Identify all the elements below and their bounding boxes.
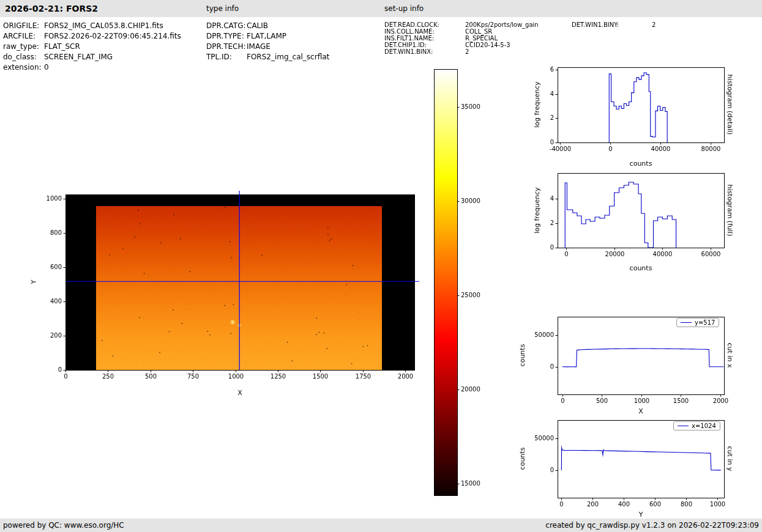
info-label: do_class:: [3, 53, 44, 61]
info-label: raw_type:: [3, 42, 44, 51]
cut-x-xaxis-label: X: [638, 407, 643, 415]
footer-right-text: created by qc_rawdisp.py v1.2.3 on 2026-…: [545, 521, 759, 530]
hist-detail-side-label: histogram (detail): [726, 75, 734, 135]
hist-full-yaxis-label: log frequency: [533, 187, 541, 233]
type-row-dprtech: DPR.TECH:IMAGE: [206, 42, 271, 51]
type-row-tplid: TPL.ID:FORS2_img_cal_scrflat: [206, 53, 329, 61]
hist-detail-yaxis-label: log frequency: [533, 81, 541, 127]
cut-y-yaxis-label: counts: [518, 448, 526, 470]
setup-info-heading: set-up info: [384, 4, 424, 13]
setup-row-biny: DET.WIN1.BINY:2: [572, 21, 656, 28]
info-value: IMAGE: [247, 42, 271, 51]
info-value: FORS2_img_cal_scrflat: [247, 53, 329, 61]
cut-x-yaxis-label: counts: [518, 344, 526, 367]
cut-in-x-plot: [558, 317, 724, 394]
cut-x-side-label: cut in x: [726, 343, 734, 368]
info-label: extension:: [3, 63, 44, 72]
setup-row-readclock: DET.READ.CLOCK:200Kps/2ports/low_gain: [384, 21, 539, 28]
info-label: DPR.TYPE:: [206, 32, 247, 40]
info-value: 2: [465, 48, 469, 55]
legend-line-sample: [678, 426, 689, 426]
info-row-doclass: do_class:SCREEN_FLAT_IMG: [3, 53, 113, 61]
legend-label: x=1024: [692, 423, 716, 429]
info-row-extension: extension:0: [3, 63, 49, 72]
histogram-detail-plot: [558, 67, 724, 142]
info-value: FORS2.2026-02-22T09:06:45.214.fits: [44, 32, 181, 40]
info-row-arcfile: ARCFILE:FORS2.2026-02-22T09:06:45.214.fi…: [3, 32, 181, 40]
info-row-origfile: ORIGFILE:FORS2_IMG_CAL053.8.CHIP1.fits: [3, 21, 163, 30]
info-value: 0: [44, 63, 49, 72]
hist-detail-xaxis-label: counts: [630, 160, 652, 168]
cut-y-xaxis-label: Y: [639, 511, 643, 519]
info-value: SCREEN_FLAT_IMG: [44, 53, 113, 61]
header-bar: 2026-02-21: FORS2 type info set-up info: [0, 0, 762, 17]
type-info-heading: type info: [206, 4, 239, 13]
footer-bar: powered by QC: www.eso.org/HC created by…: [0, 519, 762, 532]
cut-x-legend: y=517: [676, 318, 719, 327]
legend-label: y=517: [695, 319, 715, 326]
info-label: DPR.CATG:: [206, 21, 247, 30]
cut-y-side-label: cut in y: [726, 446, 734, 471]
info-row-rawtype: raw_type:FLAT_SCR: [3, 42, 80, 51]
info-label: DET.WIN1.BINX:: [384, 48, 465, 55]
info-label: INS.COLL.NAME:: [384, 28, 465, 35]
type-row-dprcatg: DPR.CATG:CALIB: [206, 21, 268, 30]
histogram-full-plot: [558, 173, 724, 248]
setup-row-filtname: INS.FILT1.NAME:R_SPECIAL: [384, 35, 498, 42]
info-label: TPL.ID:: [206, 53, 247, 61]
info-value: 200Kps/2ports/low_gain: [465, 21, 539, 28]
info-label: DET.READ.CLOCK:: [384, 21, 465, 28]
info-label: INS.FILT1.NAME:: [384, 35, 465, 42]
info-value: R_SPECIAL: [465, 35, 498, 42]
main-xaxis-label: X: [237, 389, 242, 397]
info-value: 2: [652, 21, 656, 28]
cut-in-y-plot: [558, 420, 724, 498]
info-label: DPR.TECH:: [206, 42, 247, 51]
info-value: FLAT,LAMP: [247, 32, 286, 40]
setup-row-chipid: DET.CHIP1.ID:CCID20-14-5-3: [384, 42, 510, 48]
info-label: DET.CHIP1.ID:: [384, 42, 465, 48]
legend-line-sample: [681, 322, 692, 323]
info-label: DET.WIN1.BINY:: [572, 21, 652, 28]
hist-full-side-label: histogram (full): [726, 185, 734, 237]
report-title: 2026-02-21: FORS2: [5, 4, 98, 13]
main-image-plot: [65, 194, 414, 370]
setup-row-binx: DET.WIN1.BINX:2: [384, 48, 469, 55]
setup-row-collname: INS.COLL.NAME:COLL_SR: [384, 28, 492, 35]
info-value: CCID20-14-5-3: [465, 42, 510, 48]
colorbar: [434, 69, 457, 495]
qc-report: 2026-02-21: FORS2 type info set-up info …: [0, 0, 762, 532]
footer-left-text: powered by QC: www.eso.org/HC: [3, 521, 124, 530]
info-value: COLL_SR: [465, 28, 492, 35]
info-value: FORS2_IMG_CAL053.8.CHIP1.fits: [44, 21, 163, 30]
cut-y-legend: x=1024: [673, 421, 720, 430]
type-row-dprtype: DPR.TYPE:FLAT,LAMP: [206, 32, 286, 40]
hist-full-xaxis-label: counts: [630, 264, 652, 272]
info-value: FLAT_SCR: [44, 42, 80, 51]
info-value: CALIB: [247, 21, 268, 30]
info-label: ARCFILE:: [3, 32, 44, 40]
main-yaxis-label: Y: [30, 280, 38, 284]
info-label: ORIGFILE:: [3, 21, 44, 30]
